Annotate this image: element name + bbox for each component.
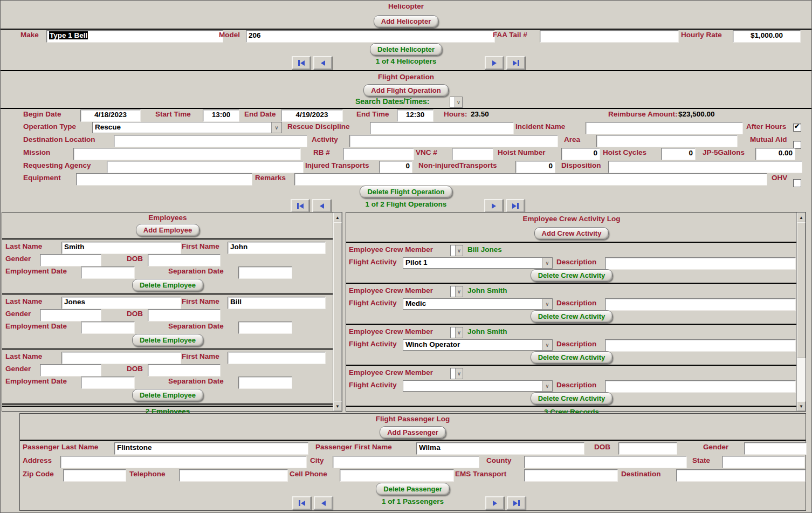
flight-activity-dropdown[interactable]: Pilot 1∨: [403, 257, 553, 269]
description-field[interactable]: [605, 257, 796, 270]
crew-scrollbar[interactable]: ▲ ▼: [796, 213, 806, 411]
last-record-button[interactable]: [506, 56, 525, 70]
crew-member-dropdown[interactable]: ∨: [450, 286, 463, 297]
first-name-field[interactable]: [228, 352, 326, 364]
employment-date-field[interactable]: [81, 377, 135, 389]
flight-activity-dropdown[interactable]: ∨: [403, 380, 553, 392]
last-record-button[interactable]: [507, 496, 526, 510]
injured-transports-field[interactable]: 0: [379, 161, 412, 173]
after-hours-checkbox[interactable]: [793, 124, 801, 132]
telephone-field[interactable]: [179, 469, 288, 482]
employees-scrollbar[interactable]: ▲ ▼: [333, 213, 342, 411]
delete-employee-button[interactable]: Delete Employee: [132, 389, 203, 401]
description-field[interactable]: [605, 298, 796, 311]
start-time-field[interactable]: 13:00: [203, 110, 239, 122]
address-field[interactable]: [60, 456, 307, 468]
separation-date-field[interactable]: [238, 322, 292, 334]
add-flight-operation-button[interactable]: Add Flight Operation: [363, 84, 448, 97]
passenger-last-name-field[interactable]: Flintstone: [114, 442, 308, 455]
activity-field[interactable]: [349, 135, 558, 147]
next-record-button[interactable]: [485, 56, 504, 70]
destination-field[interactable]: [676, 469, 806, 482]
delete-crew-activity-button[interactable]: Delete Crew Activity: [531, 310, 613, 323]
cell-phone-field[interactable]: [340, 469, 454, 482]
add-helicopter-button[interactable]: Add Helicopter: [374, 15, 438, 28]
jp5-gallons-field[interactable]: 0.00: [755, 148, 795, 160]
add-passenger-button[interactable]: Add Passenger: [380, 426, 446, 439]
crew-member-dropdown[interactable]: ∨: [450, 245, 463, 256]
county-field[interactable]: [524, 456, 687, 468]
begin-date-field[interactable]: 4/18/2023: [80, 110, 141, 122]
passenger-dob-field[interactable]: [618, 442, 677, 455]
delete-flight-operation-button[interactable]: Delete Flight Operation: [360, 186, 452, 198]
last-name-field[interactable]: Jones: [61, 297, 181, 309]
gender-field[interactable]: [40, 364, 101, 377]
end-time-field[interactable]: 12:30: [397, 110, 433, 122]
non-injured-transports-field[interactable]: 0: [515, 161, 555, 173]
delete-crew-activity-button[interactable]: Delete Crew Activity: [531, 269, 613, 282]
gender-field[interactable]: [40, 309, 101, 322]
remarks-field[interactable]: [294, 173, 767, 186]
description-field[interactable]: [605, 380, 796, 393]
hourly-rate-field[interactable]: $1,000.00: [733, 30, 801, 43]
delete-crew-activity-button[interactable]: Delete Crew Activity: [531, 351, 613, 364]
vnc-number-field[interactable]: [452, 148, 493, 160]
add-employee-button[interactable]: Add Employee: [136, 224, 199, 236]
mission-field[interactable]: [73, 148, 301, 160]
last-record-button[interactable]: [506, 199, 525, 213]
model-field[interactable]: 206: [246, 30, 495, 43]
disposition-field[interactable]: [608, 161, 802, 173]
scroll-up-icon[interactable]: ▲: [797, 213, 806, 222]
passenger-first-name-field[interactable]: Wilma: [416, 442, 584, 455]
rb-number-field[interactable]: [343, 148, 414, 160]
dob-field[interactable]: [148, 309, 221, 322]
operation-type-dropdown[interactable]: Rescue∨: [92, 122, 282, 133]
state-field[interactable]: [722, 456, 805, 468]
hoist-number-field[interactable]: 0: [561, 148, 600, 160]
gender-field[interactable]: [40, 254, 101, 266]
make-field[interactable]: Type 1 Bell: [46, 30, 223, 43]
add-crew-activity-button[interactable]: Add Crew Activity: [534, 227, 609, 240]
separation-date-field[interactable]: [238, 377, 292, 389]
search-dates-dropdown[interactable]: ∨: [450, 97, 463, 108]
city-field[interactable]: [333, 456, 479, 468]
scroll-down-icon[interactable]: ▼: [797, 401, 806, 411]
last-name-field[interactable]: [61, 352, 181, 364]
equipment-field[interactable]: [76, 173, 252, 186]
incident-name-field[interactable]: [586, 122, 743, 134]
employment-date-field[interactable]: [81, 322, 135, 334]
flight-activity-dropdown[interactable]: Medic∨: [403, 298, 553, 310]
requesting-agency-field[interactable]: [107, 161, 304, 173]
end-date-field[interactable]: 4/19/2023: [281, 110, 343, 122]
delete-employee-button[interactable]: Delete Employee: [132, 334, 203, 346]
zip-code-field[interactable]: [63, 469, 126, 482]
passenger-gender-field[interactable]: [744, 442, 807, 455]
area-field[interactable]: [596, 135, 738, 147]
delete-crew-activity-button[interactable]: Delete Crew Activity: [531, 392, 613, 405]
faa-tail-field[interactable]: [540, 30, 679, 43]
first-name-field[interactable]: John: [228, 242, 326, 254]
delete-employee-button[interactable]: Delete Employee: [132, 279, 203, 291]
rescue-discipline-field[interactable]: [370, 122, 514, 134]
separation-date-field[interactable]: [238, 266, 292, 279]
rb-number-label: RB #: [313, 148, 330, 156]
delete-passenger-button[interactable]: Delete Passenger: [376, 483, 449, 495]
last-name-field[interactable]: Smith: [61, 242, 181, 254]
dob-field[interactable]: [148, 254, 221, 266]
first-name-field[interactable]: Bill: [228, 297, 326, 309]
crew-member-name: John Smith: [467, 286, 507, 295]
scroll-up-icon[interactable]: ▲: [333, 213, 342, 222]
flight-activity-dropdown[interactable]: Winch Operator∨: [403, 339, 553, 351]
delete-helicopter-button[interactable]: Delete Helicopter: [370, 43, 442, 56]
ems-transport-field[interactable]: [524, 469, 618, 482]
hoist-cycles-field[interactable]: 0: [661, 148, 696, 160]
description-field[interactable]: [605, 339, 796, 352]
dob-field[interactable]: [148, 364, 221, 377]
crew-member-dropdown[interactable]: ∨: [450, 327, 463, 338]
crew-member-dropdown[interactable]: ∨: [450, 368, 463, 379]
next-record-button[interactable]: [484, 199, 503, 213]
next-record-button[interactable]: [485, 496, 504, 510]
destination-location-field[interactable]: [114, 135, 307, 147]
employment-date-field[interactable]: [81, 266, 135, 279]
scroll-down-icon[interactable]: ▼: [333, 401, 342, 411]
